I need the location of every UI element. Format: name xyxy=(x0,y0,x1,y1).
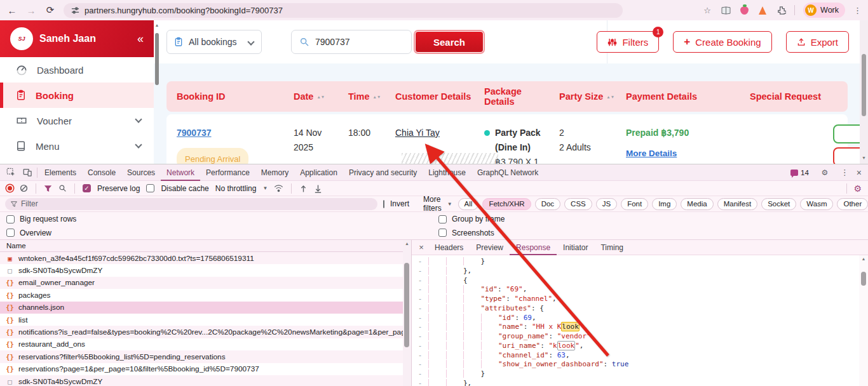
clear-network-log-icon[interactable] xyxy=(20,184,28,192)
scrollbar-thumb[interactable] xyxy=(404,263,409,347)
booking-row[interactable]: 7900737 Pending Arrival 14 Nov2025 18:00… xyxy=(166,114,848,164)
tab-response-timing[interactable]: Timing xyxy=(594,240,630,255)
filter-chip[interactable]: JS xyxy=(596,198,617,210)
sort-icon[interactable]: ▲▼ xyxy=(606,95,614,98)
browser-menu-icon[interactable]: ⋮ xyxy=(853,6,862,15)
fold-marker-icon[interactable]: - xyxy=(412,323,428,332)
request-row[interactable]: {} restaurant_add_ons xyxy=(0,338,411,350)
booking-search-input[interactable]: 7900737 xyxy=(291,30,412,54)
filter-chip[interactable]: Manifest xyxy=(717,198,757,210)
request-row[interactable]: {} reservations?filter%5Bbooking_list%5D… xyxy=(0,350,411,363)
filter-funnel-icon[interactable] xyxy=(44,185,52,192)
filters-button[interactable]: Filters 1 xyxy=(597,31,659,53)
fold-marker-icon[interactable]: - xyxy=(412,351,428,361)
booking-id-link[interactable]: 7900737 xyxy=(177,128,212,138)
fold-marker-icon[interactable]: - xyxy=(412,342,428,351)
tab-memory[interactable]: Memory xyxy=(255,164,294,181)
big-request-rows-checkbox[interactable] xyxy=(6,215,15,223)
network-conditions-icon[interactable] xyxy=(274,184,283,192)
record-network-log-icon[interactable] xyxy=(6,185,13,192)
fold-marker-icon[interactable]: - xyxy=(412,360,428,369)
scrollbar-thumb[interactable] xyxy=(861,272,866,286)
tab-elements[interactable]: Elements xyxy=(39,164,82,181)
disable-cache-checkbox[interactable] xyxy=(146,184,154,192)
devtools-menu-icon[interactable]: ⋮ xyxy=(841,168,849,177)
tab-performance[interactable]: Performance xyxy=(200,164,255,181)
request-row[interactable]: ▣ wntoken_a3fe4a45cf1f697cdc59962bc73300… xyxy=(0,252,411,264)
request-row[interactable]: {} packages xyxy=(0,289,411,301)
tab-response-preview[interactable]: Preview xyxy=(470,240,510,255)
extensions-puzzle-icon[interactable] xyxy=(776,5,786,15)
col-party-size[interactable]: Party Size▲▼ xyxy=(549,91,616,102)
filter-chip[interactable]: Img xyxy=(652,198,677,210)
scrollbar-thumb[interactable] xyxy=(155,33,159,85)
tab-privacy-and-security[interactable]: Privacy and security xyxy=(343,164,423,181)
sidebar-item-booking[interactable]: Booking xyxy=(0,83,154,108)
tab-response-headers[interactable]: Headers xyxy=(428,240,470,255)
fold-marker-icon[interactable]: - xyxy=(412,267,428,276)
fold-marker-icon[interactable]: - xyxy=(412,369,428,379)
filter-chip[interactable]: Font xyxy=(621,198,648,210)
fold-marker-icon[interactable]: - xyxy=(412,285,428,295)
customer-link[interactable]: Chia Yi Tay xyxy=(395,128,440,138)
sidebar-item-dashboard[interactable]: Dashboard xyxy=(0,57,154,83)
request-row[interactable]: □ sdk-SN0Ta4bSycwDmZY xyxy=(0,264,411,276)
more-filters-dropdown[interactable]: More filters xyxy=(423,195,442,213)
import-har-icon[interactable] xyxy=(299,184,308,193)
filter-chip[interactable]: Other xyxy=(837,198,868,210)
col-time[interactable]: Time▲▼ xyxy=(338,91,385,102)
fold-marker-icon[interactable]: - xyxy=(412,295,428,304)
sidebar-scrollbar[interactable]: ▲ xyxy=(154,23,159,164)
screenshots-checkbox[interactable] xyxy=(438,229,447,237)
tab-response-response[interactable]: Response xyxy=(510,240,557,255)
search-button[interactable]: Search xyxy=(416,32,483,52)
reload-icon[interactable]: ⟳ xyxy=(44,4,56,16)
forward-icon[interactable]: → xyxy=(25,5,37,16)
filter-chip[interactable]: Socket xyxy=(761,198,796,210)
scroll-up-arrow[interactable]: ▲ xyxy=(403,241,411,246)
browser-profile[interactable]: W Work xyxy=(803,3,845,18)
scroll-up-arrow[interactable]: ▲ xyxy=(154,23,159,27)
page-scrollbar[interactable]: ▼ xyxy=(860,20,868,164)
booking-scope-dropdown[interactable]: All bookings xyxy=(166,30,262,54)
col-date[interactable]: Date▲▼ xyxy=(283,91,338,102)
scroll-up-arrow[interactable]: ▲ xyxy=(859,256,868,261)
device-toolbar-icon[interactable] xyxy=(19,164,36,181)
issues-counter[interactable]: 14 xyxy=(790,169,809,176)
back-icon[interactable]: ← xyxy=(6,5,18,16)
create-booking-button[interactable]: + Create Booking xyxy=(673,31,771,53)
request-row[interactable]: {} email_owner_manager xyxy=(0,277,411,289)
fold-marker-icon[interactable]: - xyxy=(412,276,428,286)
filter-chip[interactable]: Wasm xyxy=(800,198,833,210)
request-list-scrollbar[interactable]: ▲ xyxy=(403,240,411,386)
tab-network[interactable]: Network xyxy=(161,164,200,181)
filter-chip[interactable]: Fetch/XHR xyxy=(482,198,531,210)
export-button[interactable]: Export xyxy=(786,31,849,53)
sidebar-item-menu[interactable]: Menu xyxy=(0,133,154,159)
reading-list-extension-icon[interactable] xyxy=(721,5,731,15)
site-settings-icon[interactable] xyxy=(71,6,79,15)
sort-icon[interactable]: ▲▼ xyxy=(373,95,381,98)
tab-console[interactable]: Console xyxy=(82,164,121,181)
tab-lighthouse[interactable]: Lighthouse xyxy=(423,164,471,181)
request-row[interactable]: {} notifications?is_read=false&types=boo… xyxy=(0,326,411,338)
response-scrollbar[interactable]: ▲ xyxy=(859,255,868,386)
response-json-viewer[interactable]: - }- },- {- "id": "69",- "type": "channe… xyxy=(412,255,859,386)
close-response-icon[interactable]: × xyxy=(414,243,428,252)
network-filter-input[interactable]: Filter xyxy=(5,198,377,210)
request-row[interactable]: □ sdk-SN0Ta4bSycwDmZY xyxy=(0,375,411,386)
request-row[interactable]: {} channels.json xyxy=(0,302,411,314)
more-details-link[interactable]: More Details xyxy=(626,146,677,161)
devtools-close-icon[interactable]: × xyxy=(857,168,862,178)
filter-chip[interactable]: Doc xyxy=(535,198,560,210)
scrollbar-thumb[interactable] xyxy=(862,54,866,116)
address-bar[interactable]: partners.hungryhub.com/booking?bookingId… xyxy=(64,3,623,18)
tab-graphql-network[interactable]: GraphQL Network xyxy=(471,164,544,181)
scroll-down-arrow[interactable]: ▼ xyxy=(860,156,868,160)
fold-marker-icon[interactable]: - xyxy=(412,257,428,267)
devtools-settings-gear-icon[interactable]: ⚙ xyxy=(817,164,833,181)
request-row[interactable]: {} list xyxy=(0,314,411,326)
fold-marker-icon[interactable]: - xyxy=(412,332,428,342)
filter-chip[interactable]: CSS xyxy=(564,198,592,210)
export-har-icon[interactable] xyxy=(314,184,322,193)
